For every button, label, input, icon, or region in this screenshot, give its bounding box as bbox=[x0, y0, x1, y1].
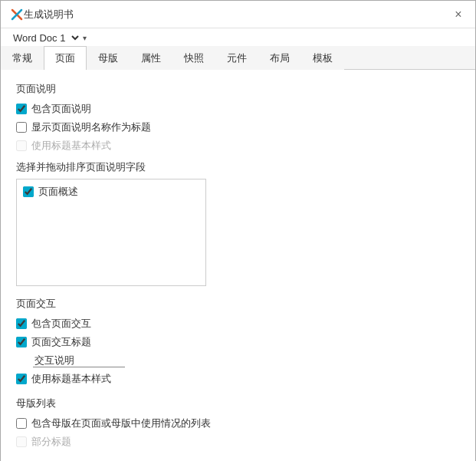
drag-list-section: 选择并拖动排序页面说明字段 页面概述 bbox=[16, 160, 460, 286]
tab-template[interactable]: 模板 bbox=[301, 46, 344, 70]
page-interaction-title: 页面交互 bbox=[16, 297, 460, 311]
drag-list-box[interactable]: 页面概述 bbox=[16, 179, 206, 286]
include-page-description-checkbox[interactable] bbox=[16, 104, 27, 114]
cb3-row: 使用标题基本样式 bbox=[16, 139, 460, 153]
tab-master[interactable]: 母版 bbox=[87, 46, 130, 70]
doc-selector[interactable]: Word Doc 1 bbox=[10, 31, 81, 44]
page-overview-label: 页面概述 bbox=[38, 185, 78, 199]
tab-element[interactable]: 元件 bbox=[215, 46, 258, 70]
drag-list-label: 选择并拖动排序页面说明字段 bbox=[16, 160, 460, 174]
close-button[interactable]: × bbox=[451, 7, 466, 22]
tab-bar: 常规 页面 母版 属性 快照 元件 布局 模板 bbox=[1, 46, 475, 70]
include-page-description-label: 包含页面说明 bbox=[31, 102, 91, 116]
interaction-title-input[interactable] bbox=[33, 354, 125, 367]
use-title-basic-style-checkbox[interactable] bbox=[16, 374, 27, 384]
include-page-interaction-label: 包含页面交互 bbox=[31, 317, 91, 331]
include-master-usage-label: 包含母版在页面或母版中使用情况的列表 bbox=[31, 417, 211, 430]
tab-general[interactable]: 常规 bbox=[1, 46, 44, 70]
show-name-as-title-label: 显示页面说明名称作为标题 bbox=[31, 120, 151, 134]
doc-selector-bar: Word Doc 1 ▾ bbox=[1, 28, 475, 44]
show-name-as-title-checkbox[interactable] bbox=[16, 122, 27, 133]
tab-snapshot[interactable]: 快照 bbox=[172, 46, 215, 70]
cb1-row: 包含页面说明 bbox=[16, 102, 460, 116]
cb5-row: 页面交互标题 bbox=[16, 335, 460, 349]
tab-content: 页面说明 包含页面说明 显示页面说明名称作为标题 使用标题基本样式 选择并拖动排… bbox=[1, 70, 475, 461]
include-master-usage-checkbox[interactable] bbox=[16, 418, 27, 429]
use-title-style-label-disabled: 使用标题基本样式 bbox=[31, 139, 111, 153]
drag-list-item: 页面概述 bbox=[20, 183, 202, 201]
cb2-row: 显示页面说明名称作为标题 bbox=[16, 120, 460, 134]
partial-title-label-disabled: 部分标题 bbox=[31, 435, 71, 449]
section-separator-interaction: 页面交互 bbox=[16, 297, 460, 311]
section-separator-master: 母版列表 bbox=[16, 397, 460, 410]
use-title-style-checkbox-disabled bbox=[16, 140, 27, 151]
tab-layout[interactable]: 布局 bbox=[258, 46, 301, 70]
app-icon bbox=[10, 8, 24, 21]
title-bar: 生成说明书 × bbox=[1, 1, 475, 28]
use-title-basic-style-label: 使用标题基本样式 bbox=[31, 372, 111, 386]
page-interaction-title-checkbox[interactable] bbox=[16, 337, 27, 347]
interaction-input-row bbox=[33, 354, 460, 367]
page-description-title: 页面说明 bbox=[16, 82, 460, 96]
page-overview-checkbox[interactable] bbox=[23, 186, 34, 197]
main-window: 生成说明书 × Word Doc 1 ▾ 常规 页面 母版 属性 快照 元件 布… bbox=[0, 0, 476, 461]
cb6-row: 使用标题基本样式 bbox=[16, 372, 460, 386]
master-list-title: 母版列表 bbox=[16, 397, 460, 410]
partial-title-checkbox-disabled bbox=[16, 436, 27, 447]
cb4-row: 包含页面交互 bbox=[16, 317, 460, 331]
cb8-row: 部分标题 bbox=[16, 435, 460, 449]
include-page-interaction-checkbox[interactable] bbox=[16, 318, 27, 329]
window-title: 生成说明书 bbox=[24, 8, 451, 21]
tab-attr[interactable]: 属性 bbox=[130, 46, 172, 70]
tab-page[interactable]: 页面 bbox=[44, 46, 87, 70]
chevron-down-icon: ▾ bbox=[83, 34, 87, 42]
cb7-row: 包含母版在页面或母版中使用情况的列表 bbox=[16, 417, 460, 430]
page-interaction-title-label: 页面交互标题 bbox=[31, 335, 91, 349]
